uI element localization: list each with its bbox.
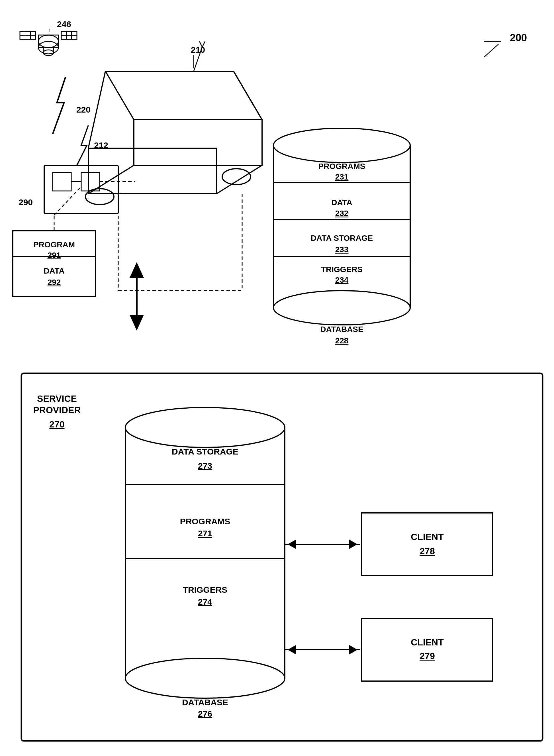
database-label-228: DATABASE: [320, 325, 363, 334]
sp-triggers-number: 274: [198, 597, 212, 606]
client278-label: CLIENT: [411, 532, 444, 542]
svg-text:246: 246: [57, 19, 71, 29]
data-number-292: 292: [48, 278, 61, 287]
svg-point-29: [222, 169, 251, 185]
service-provider-label: SERVICE: [37, 393, 77, 404]
sp-programs-number: 271: [198, 529, 212, 538]
service-provider-label2: PROVIDER: [33, 405, 80, 415]
unit-label: 290: [18, 198, 33, 207]
db-programs-label: PROGRAMS: [319, 162, 366, 171]
svg-point-54: [125, 408, 285, 447]
database-number-228: 228: [335, 336, 349, 345]
program-number-291: 291: [48, 251, 61, 260]
svg-line-23: [88, 71, 105, 148]
db-programs-number: 231: [335, 172, 349, 181]
client279-number: 279: [420, 651, 435, 661]
sp-triggers-label: TRIGGERS: [183, 585, 228, 594]
svg-point-57: [125, 658, 285, 698]
db-datastorage-number: 233: [335, 245, 349, 254]
db-data-number: 232: [335, 209, 349, 218]
sp-datastorage-label: DATA STORAGE: [172, 447, 238, 456]
svg-point-45: [273, 128, 410, 162]
sp-database-number: 276: [198, 709, 212, 718]
db-triggers-label: TRIGGERS: [321, 265, 363, 274]
service-provider-number: 270: [49, 419, 64, 429]
svg-point-9: [43, 50, 54, 56]
svg-marker-19: [88, 165, 262, 194]
svg-rect-60: [362, 513, 493, 576]
sp-programs-label: PROGRAMS: [180, 517, 230, 526]
svg-line-41: [54, 188, 80, 215]
client279-label: CLIENT: [411, 637, 444, 647]
svg-marker-20: [134, 120, 262, 165]
db-triggers-number: 234: [335, 276, 349, 284]
db-datastorage-label: DATA STORAGE: [311, 234, 373, 242]
satellite: 246: [20, 19, 77, 56]
db-data-label: DATA: [331, 198, 352, 207]
sp-datastorage-number: 273: [198, 461, 212, 471]
signal-220-label: 220: [76, 105, 91, 114]
svg-line-24: [233, 71, 262, 120]
svg-marker-43: [129, 262, 144, 278]
svg-marker-21: [88, 148, 217, 194]
svg-rect-64: [362, 618, 493, 681]
figure-number: 200: [510, 32, 527, 44]
svg-rect-31: [53, 172, 71, 191]
svg-point-48: [273, 291, 410, 325]
program-label: PROGRAM: [33, 240, 75, 249]
client278-number: 278: [420, 546, 435, 556]
diagram-container: 200 246: [0, 0, 554, 756]
data-label-292: DATA: [44, 266, 65, 275]
svg-marker-44: [129, 315, 144, 331]
svg-line-0: [484, 44, 498, 57]
sp-database-label: DATABASE: [182, 698, 228, 707]
svg-marker-22: [105, 71, 262, 120]
